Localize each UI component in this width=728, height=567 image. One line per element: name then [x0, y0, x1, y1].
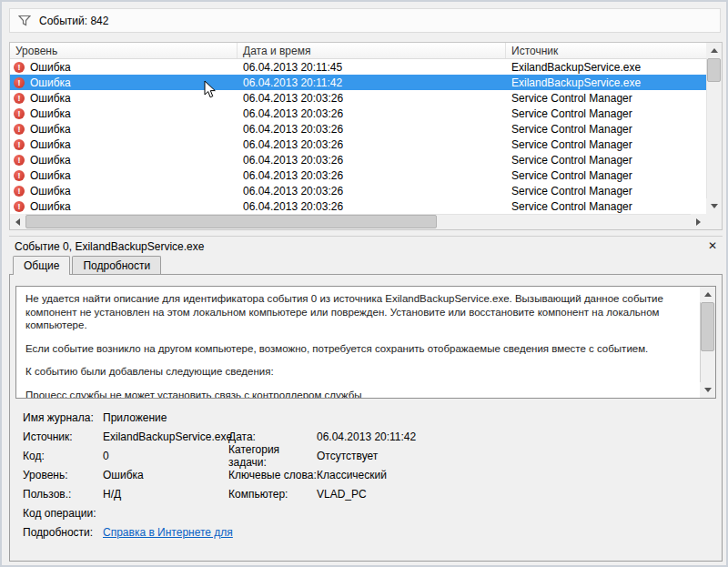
row-source: Service Control Manager: [506, 107, 722, 120]
horizontal-scrollbar[interactable]: [10, 214, 706, 229]
details-title-bar: Событие 0, ExilandBackupService.exe ✕: [9, 236, 723, 254]
field-row: Подробности:Справка в Интернете для: [15, 522, 716, 542]
field-label: Компьютер:: [228, 488, 317, 501]
row-level: Ошибка: [30, 200, 71, 213]
row-datetime: 06.04.2013 20:03:26: [238, 154, 506, 167]
general-tab-page: Не удается найти описание для идентифика…: [9, 274, 723, 562]
column-header-datetime[interactable]: Дата и время: [238, 43, 506, 58]
error-icon: !: [14, 124, 25, 135]
row-source: Service Control Manager: [506, 169, 722, 182]
tab-general[interactable]: Общие: [13, 256, 70, 275]
events-count: Событий: 842: [39, 15, 108, 27]
row-level-cell: !Ошибка: [10, 154, 238, 167]
field-row: Код:0Категория задачи:Отсутствует: [15, 446, 716, 465]
field-value: 06.04.2013 20:11:42: [317, 430, 716, 443]
error-icon: !: [14, 62, 25, 73]
field-label: Уровень:: [23, 469, 103, 481]
row-level: Ошибка: [30, 61, 71, 74]
row-datetime: 06.04.2013 20:03:26: [238, 92, 506, 105]
close-icon[interactable]: ✕: [708, 239, 717, 252]
field-row: Код операции:: [15, 503, 716, 522]
table-row[interactable]: !Ошибка06.04.2013 20:03:26Service Contro…: [10, 121, 722, 137]
table-row[interactable]: !Ошибка06.04.2013 20:03:26Service Contro…: [10, 167, 722, 183]
row-level: Ошибка: [30, 107, 71, 120]
event-table: Уровень Дата и время Источник !Ошибка06.…: [9, 42, 723, 230]
description-paragraph: Если событие возникло на другом компьюте…: [25, 342, 691, 356]
event-description: Не удается найти описание для идентифика…: [16, 287, 700, 398]
row-datetime: 06.04.2013 20:03:26: [238, 185, 506, 197]
scrollbar-thumb[interactable]: [707, 58, 721, 82]
scroll-up-button[interactable]: [706, 43, 722, 58]
row-level-cell: !Ошибка: [10, 107, 238, 120]
scroll-down-button[interactable]: [700, 382, 715, 398]
row-datetime: 06.04.2013 20:11:45: [238, 61, 506, 74]
table-row[interactable]: !Ошибка06.04.2013 20:11:45ExilandBackupS…: [10, 59, 722, 75]
table-row[interactable]: !Ошибка06.04.2013 20:03:26Service Contro…: [10, 137, 722, 152]
scrollbar-thumb[interactable]: [701, 302, 714, 351]
row-level: Ошибка: [30, 92, 71, 105]
error-icon: !: [14, 170, 25, 181]
arrow-up-icon: [704, 292, 712, 297]
row-level-cell: !Ошибка: [10, 169, 238, 182]
field-label: Источник:: [23, 430, 103, 443]
event-details-panel: Событие 0, ExilandBackupService.exe ✕ Об…: [9, 236, 723, 562]
field-label: Имя журнала:: [23, 411, 103, 424]
field-row: Источник:ExilandBackupService.exeДата:06…: [15, 427, 716, 446]
scroll-right-button[interactable]: [691, 214, 706, 229]
scrollbar-thumb[interactable]: [25, 215, 437, 228]
arrow-left-icon: [15, 218, 20, 226]
row-level: Ошибка: [30, 154, 71, 167]
arrow-up-icon: [711, 48, 718, 53]
column-header-source[interactable]: Источник: [506, 43, 722, 58]
field-row: Имя журнала:Приложение: [15, 408, 716, 427]
field-value: Отсутствует: [317, 450, 716, 462]
error-icon: !: [14, 108, 25, 119]
row-level-cell: !Ошибка: [10, 123, 238, 136]
row-datetime: 06.04.2013 20:03:26: [238, 200, 506, 213]
row-source: Service Control Manager: [506, 123, 722, 136]
error-icon: !: [14, 201, 25, 212]
field-value: ExilandBackupService.exe: [103, 430, 228, 443]
tab-details[interactable]: Подробности: [72, 256, 161, 274]
scrollbar-corner: [706, 214, 722, 229]
table-row[interactable]: !Ошибка06.04.2013 20:11:42ExilandBackupS…: [10, 75, 722, 90]
row-source: Service Control Manager: [506, 138, 722, 151]
field-label: Пользов.:: [23, 488, 103, 501]
table-row[interactable]: !Ошибка06.04.2013 20:03:26Service Contro…: [10, 183, 722, 198]
table-row[interactable]: !Ошибка06.04.2013 20:03:26Service Contro…: [10, 90, 722, 106]
mouse-cursor: [204, 80, 217, 99]
scroll-up-button[interactable]: [700, 287, 715, 302]
description-scrollbar[interactable]: [700, 287, 715, 398]
row-source: Service Control Manager: [506, 185, 722, 197]
row-level: Ошибка: [30, 185, 71, 197]
table-row[interactable]: !Ошибка06.04.2013 20:03:26Service Contro…: [10, 106, 722, 121]
field-label: Ключевые слова:: [228, 469, 317, 481]
event-fields: Имя журнала:ПриложениеИсточник:ExilandBa…: [15, 408, 716, 542]
arrow-down-icon: [704, 388, 712, 392]
row-datetime: 06.04.2013 20:03:26: [238, 138, 506, 151]
row-level: Ошибка: [30, 76, 71, 89]
field-value: Приложение: [103, 411, 228, 424]
row-level: Ошибка: [30, 138, 71, 151]
scroll-left-button[interactable]: [10, 214, 25, 229]
scroll-down-button[interactable]: [706, 198, 722, 214]
table-row[interactable]: !Ошибка06.04.2013 20:03:26Service Contro…: [10, 152, 722, 167]
error-icon: !: [14, 139, 25, 150]
row-source: Service Control Manager: [506, 200, 722, 213]
field-label: Дата:: [228, 430, 317, 443]
row-source: Service Control Manager: [506, 154, 722, 167]
field-value: VLAD_PC: [317, 488, 716, 501]
table-row[interactable]: !Ошибка06.04.2013 20:03:26Service Contro…: [10, 198, 722, 214]
row-source: ExilandBackupService.exe: [506, 61, 722, 74]
event-viewer-window: Событий: 842 Уровень Дата и время Источн…: [0, 0, 728, 567]
row-level-cell: !Ошибка: [10, 185, 238, 197]
field-row: Уровень:ОшибкаКлючевые слова:Классически…: [15, 465, 716, 484]
row-level: Ошибка: [30, 123, 71, 136]
column-header-level[interactable]: Уровень: [10, 43, 238, 58]
description-paragraph: Процесс службы не может установить связь…: [25, 389, 691, 398]
event-table-body: !Ошибка06.04.2013 20:11:45ExilandBackupS…: [10, 59, 722, 214]
error-icon: !: [14, 93, 25, 104]
vertical-scrollbar[interactable]: [706, 43, 722, 214]
online-help-link[interactable]: Справка в Интернете для: [103, 526, 228, 539]
description-paragraph: К событию были добавлены следующие сведе…: [25, 365, 691, 379]
